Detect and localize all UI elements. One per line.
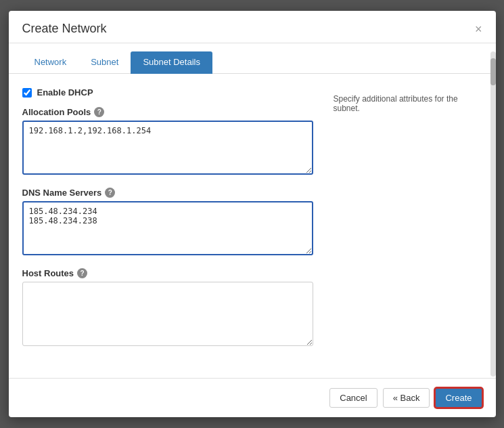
form-section: Enable DHCP Allocation Pools ? 192.168.1… (22, 87, 313, 364)
allocation-pools-input[interactable]: 192.168.1.2,192.168.1.254 (22, 121, 313, 175)
enable-dhcp-checkbox[interactable] (22, 88, 32, 98)
tab-subnet[interactable]: Subnet (78, 51, 131, 74)
modal-header: Create Network × (9, 11, 496, 43)
allocation-pools-group: Allocation Pools ? 192.168.1.2,192.168.1… (22, 107, 313, 177)
host-routes-group: Host Routes ? (22, 268, 313, 348)
dns-name-servers-input[interactable]: 185.48.234.234 185.48.234.238 (22, 201, 313, 255)
close-button[interactable]: × (475, 23, 482, 35)
help-text: Specify additional attributes for the su… (334, 94, 458, 113)
dns-name-servers-label: DNS Name Servers ? (22, 188, 313, 198)
host-routes-label: Host Routes ? (22, 268, 313, 278)
vertical-scrollbar[interactable] (490, 51, 496, 377)
allocation-pools-label: Allocation Pools ? (22, 107, 313, 117)
help-section: Specify additional attributes for the su… (334, 87, 482, 364)
modal-body: Enable DHCP Allocation Pools ? 192.168.1… (9, 74, 496, 378)
back-button[interactable]: « Back (383, 388, 430, 408)
enable-dhcp-label: Enable DHCP (37, 87, 93, 98)
tab-bar: Network Subnet Subnet Details (9, 43, 496, 74)
tab-network[interactable]: Network (22, 51, 79, 74)
modal-title: Create Network (22, 22, 107, 36)
allocation-pools-help-icon: ? (94, 107, 104, 117)
enable-dhcp-row: Enable DHCP (22, 87, 313, 98)
dns-name-servers-group: DNS Name Servers ? 185.48.234.234 185.48… (22, 188, 313, 257)
host-routes-help-icon: ? (77, 268, 87, 278)
cancel-button[interactable]: Cancel (329, 388, 377, 408)
dns-name-servers-help-icon: ? (105, 188, 115, 198)
create-button[interactable]: Create (435, 388, 482, 408)
modal-footer: Cancel « Back Create (9, 378, 496, 417)
scrollbar-thumb (490, 58, 496, 85)
tab-subnet-details[interactable]: Subnet Details (131, 51, 212, 74)
create-network-modal: Create Network × Network Subnet Subnet D… (9, 11, 496, 417)
host-routes-input[interactable] (22, 282, 313, 346)
